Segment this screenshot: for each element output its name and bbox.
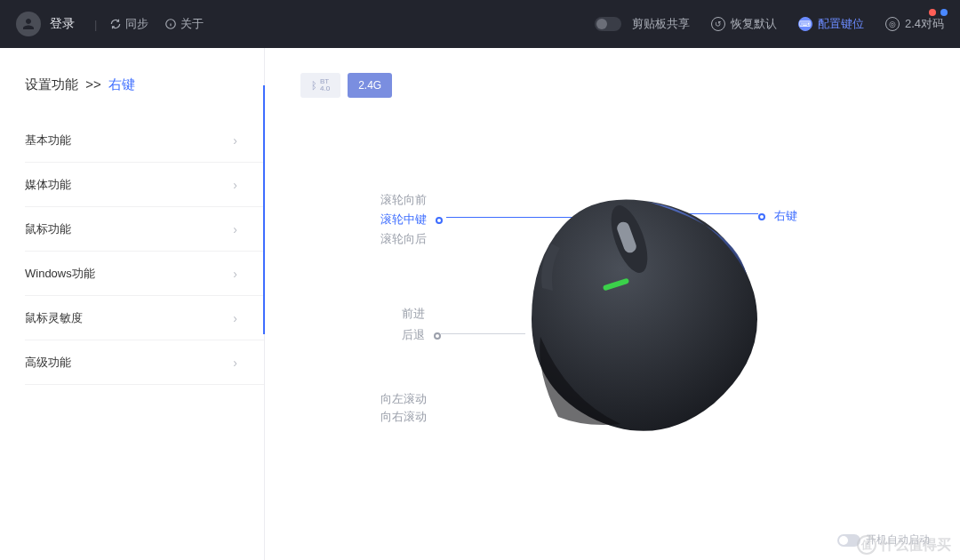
sidebar: 设置功能 >> 右键 基本功能› 媒体功能› 鼠标功能› Windows功能› …	[0, 48, 265, 560]
tab-24g[interactable]: 2.4G	[348, 73, 392, 98]
point-icon	[434, 332, 441, 340]
sidebar-item-windows[interactable]: Windows功能›	[25, 252, 264, 296]
breadcrumb-prefix: 设置功能	[25, 76, 78, 92]
chevron-right-icon: ›	[233, 178, 237, 192]
toggle-icon	[595, 17, 621, 31]
breadcrumb-sep: >>	[85, 76, 101, 92]
watermark: 值 什么值得买	[857, 535, 951, 555]
top-bar: 登录 | 同步 关于 剪贴板共享 ↺ 恢复默认 ⌨ 配置键位 ◎ 2.4对码	[0, 0, 960, 48]
point-icon	[436, 217, 443, 224]
connection-tabs: ᛒ BT 4.0 2.4G	[300, 73, 924, 98]
main-panel: ᛒ BT 4.0 2.4G 滚轮向前 滚轮中键 滚轮向后 前进 后退	[265, 48, 960, 560]
label-back[interactable]: 后退	[402, 327, 441, 343]
leader-line	[441, 333, 525, 334]
label-forward[interactable]: 前进	[402, 306, 425, 322]
pairing-icon: ◎	[885, 17, 900, 31]
configure-keys-button[interactable]: ⌨ 配置键位	[798, 16, 864, 32]
mouse-illustration	[514, 195, 772, 435]
sync-button[interactable]: 同步	[109, 16, 148, 32]
restore-default-button[interactable]: ↺ 恢复默认	[711, 16, 777, 32]
chevron-right-icon: ›	[233, 356, 237, 370]
sync-label: 同步	[125, 16, 148, 32]
restore-icon: ↺	[711, 17, 725, 31]
label-tilt-right[interactable]: 向右滚动	[380, 409, 427, 425]
about-label: 关于	[180, 16, 204, 32]
sidebar-item-sensitivity[interactable]: 鼠标灵敏度›	[25, 296, 264, 340]
label-scroll-back[interactable]: 滚轮向后	[380, 231, 427, 247]
avatar-icon[interactable]	[16, 12, 41, 36]
mouse-diagram: 滚轮向前 滚轮中键 滚轮向后 前进 后退 向左滚动 向右滚动 右键	[265, 146, 960, 560]
chevron-right-icon: ›	[233, 311, 237, 325]
configure-icon: ⌨	[798, 17, 812, 31]
sidebar-item-advanced[interactable]: 高级功能›	[25, 340, 264, 385]
login-link[interactable]: 登录	[50, 16, 75, 32]
pairing-24g-button[interactable]: ◎ 2.4对码	[885, 16, 944, 32]
breadcrumb: 设置功能 >> 右键	[25, 76, 264, 93]
chevron-right-icon: ›	[233, 222, 237, 236]
sidebar-item-media[interactable]: 媒体功能›	[25, 163, 264, 207]
label-scroll-forward[interactable]: 滚轮向前	[380, 192, 427, 208]
close-dot[interactable]	[929, 9, 936, 16]
label-scroll-middle[interactable]: 滚轮中键	[380, 212, 443, 228]
chevron-right-icon: ›	[233, 133, 237, 148]
window-controls	[929, 9, 948, 16]
label-tilt-left[interactable]: 向左滚动	[380, 391, 427, 407]
tab-bluetooth[interactable]: ᛒ BT 4.0	[300, 73, 340, 98]
min-dot[interactable]	[940, 9, 948, 16]
clipboard-share-toggle[interactable]: 剪贴板共享	[595, 16, 690, 32]
about-button[interactable]: 关于	[164, 16, 204, 32]
breadcrumb-current: 右键	[108, 76, 135, 92]
sidebar-item-basic[interactable]: 基本功能›	[25, 118, 264, 163]
bluetooth-icon: ᛒ	[311, 81, 317, 91]
chevron-right-icon: ›	[233, 267, 237, 281]
sidebar-item-mouse[interactable]: 鼠标功能›	[25, 207, 264, 252]
